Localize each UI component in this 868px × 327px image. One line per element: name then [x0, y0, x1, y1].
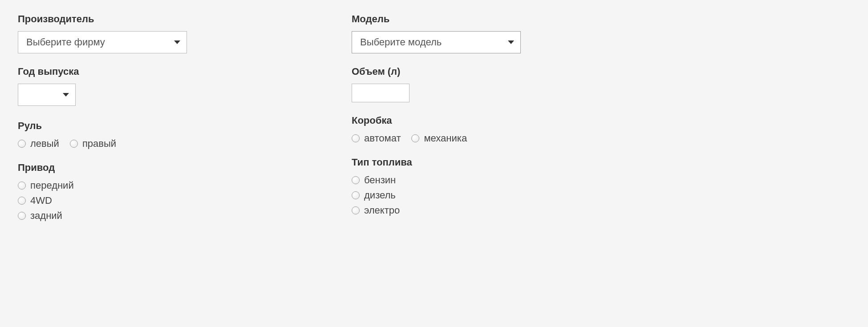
- fuel-field: Тип топлива бензин дизель электро: [352, 157, 521, 216]
- radio-icon: [18, 182, 26, 190]
- gearbox-option-auto[interactable]: автомат: [352, 133, 401, 144]
- gearbox-label: Коробка: [352, 115, 521, 126]
- model-select[interactable]: Выберите модель: [352, 31, 521, 53]
- fuel-label: Тип топлива: [352, 157, 521, 168]
- manufacturer-value: Выберите фирму: [18, 32, 187, 53]
- drive-option-rear[interactable]: задний: [18, 210, 187, 222]
- radio-icon: [352, 206, 360, 214]
- left-column: Производитель Выберите фирму Год выпуска…: [18, 13, 187, 234]
- right-column: Модель Выберите модель Объем (л) Коробка…: [352, 13, 521, 234]
- drive-option-4wd[interactable]: 4WD: [18, 195, 187, 206]
- volume-input[interactable]: [352, 84, 410, 102]
- radio-label: передний: [30, 180, 74, 191]
- radio-label: левый: [30, 138, 59, 149]
- radio-label: бензин: [364, 174, 396, 186]
- volume-label: Объем (л): [352, 66, 521, 77]
- vehicle-filter-form: Производитель Выберите фирму Год выпуска…: [18, 13, 850, 234]
- gearbox-options: автомат механика: [352, 133, 521, 144]
- radio-label: электро: [364, 205, 400, 216]
- radio-label: задний: [30, 210, 62, 222]
- drive-field: Привод передний 4WD задний: [18, 162, 187, 222]
- volume-field: Объем (л): [352, 66, 521, 102]
- drive-label: Привод: [18, 162, 187, 174]
- model-label: Модель: [352, 13, 521, 25]
- radio-icon: [18, 212, 26, 220]
- chevron-down-icon: [174, 40, 180, 44]
- drive-option-front[interactable]: передний: [18, 180, 187, 191]
- radio-label: механика: [424, 133, 467, 144]
- model-field: Модель Выберите модель: [352, 13, 521, 53]
- model-value: Выберите модель: [352, 32, 520, 53]
- steering-field: Руль левый правый: [18, 120, 187, 149]
- manufacturer-field: Производитель Выберите фирму: [18, 13, 187, 53]
- manufacturer-select[interactable]: Выберите фирму: [18, 31, 187, 53]
- manufacturer-label: Производитель: [18, 13, 187, 25]
- radio-icon: [18, 140, 26, 148]
- year-label: Год выпуска: [18, 66, 187, 77]
- radio-icon: [352, 134, 360, 142]
- steering-option-right[interactable]: правый: [70, 138, 116, 149]
- radio-label: автомат: [364, 133, 401, 144]
- year-select[interactable]: [18, 84, 76, 106]
- steering-option-left[interactable]: левый: [18, 138, 59, 149]
- fuel-option-diesel[interactable]: дизель: [352, 190, 521, 201]
- year-field: Год выпуска: [18, 66, 187, 108]
- radio-icon: [352, 176, 360, 184]
- radio-icon: [411, 134, 419, 142]
- radio-icon: [70, 140, 78, 148]
- fuel-option-electric[interactable]: электро: [352, 205, 521, 216]
- radio-label: 4WD: [30, 195, 52, 206]
- chevron-down-icon: [508, 40, 514, 44]
- radio-label: правый: [82, 138, 116, 149]
- steering-options: левый правый: [18, 138, 187, 149]
- drive-options: передний 4WD задний: [18, 180, 187, 222]
- radio-label: дизель: [364, 190, 396, 201]
- radio-icon: [18, 197, 26, 205]
- chevron-down-icon: [63, 93, 69, 97]
- radio-icon: [352, 191, 360, 199]
- gearbox-option-manual[interactable]: механика: [411, 133, 467, 144]
- fuel-options: бензин дизель электро: [352, 174, 521, 216]
- steering-label: Руль: [18, 120, 187, 132]
- fuel-option-petrol[interactable]: бензин: [352, 174, 521, 186]
- gearbox-field: Коробка автомат механика: [352, 115, 521, 144]
